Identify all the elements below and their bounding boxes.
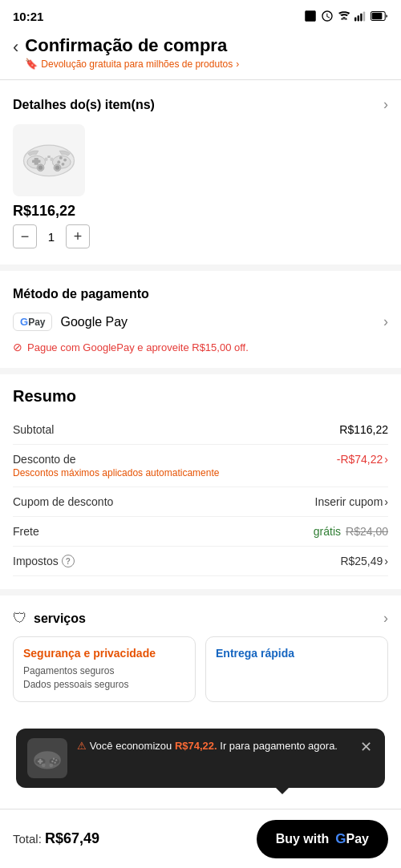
item-details-row[interactable]: Detalhes do(s) item(ns) ›: [0, 87, 401, 113]
svg-point-29: [54, 761, 55, 763]
coupon-label: Cupom de desconto: [13, 495, 113, 508]
svg-rect-2: [360, 14, 362, 22]
quantity-increase-button[interactable]: +: [66, 224, 90, 248]
payment-section: Método de pagamento: [0, 277, 401, 305]
impostos-row[interactable]: Impostos ? R$25,49 ›: [13, 547, 388, 576]
item-details-chevron: ›: [383, 96, 388, 113]
svg-rect-0: [354, 18, 356, 22]
svg-rect-26: [39, 759, 41, 764]
services-left: 🛡 serviços: [13, 610, 86, 627]
svg-point-13: [62, 163, 65, 166]
svg-point-31: [42, 763, 46, 767]
clock-icon: [321, 10, 334, 22]
frete-value: grátis R$24,00: [314, 525, 388, 538]
svg-point-11: [63, 159, 67, 162]
service-security-line2: Dados pessoais seguros: [23, 678, 185, 692]
subtotal-row: Subtotal R$116,22: [13, 415, 388, 445]
quantity-decrease-button[interactable]: −: [13, 224, 37, 248]
page-title: Confirmação de compra: [25, 35, 239, 56]
buy-button[interactable]: Buy with G Pay: [257, 820, 388, 858]
discount-amount: -R$74,22: [337, 453, 383, 466]
payment-method-name: Google Pay: [60, 315, 128, 329]
promo-icon: ⊘: [13, 341, 22, 353]
return-policy-icon: 🔖: [25, 58, 38, 70]
toast-arrow: [276, 788, 289, 794]
svg-rect-10: [34, 158, 38, 165]
savings-toast: ⚠ Você economizou R$74,22. Ir para pagam…: [16, 729, 385, 788]
divider-1: [0, 79, 401, 80]
services-cards: Segurança e privacidade Pagamentos segur…: [13, 636, 388, 702]
svg-rect-1: [358, 15, 359, 21]
status-time: 10:21: [13, 10, 43, 23]
svg-point-16: [50, 158, 53, 161]
impostos-text: Impostos: [13, 555, 59, 567]
discount-row[interactable]: Desconto de Descontos máximos aplicados …: [13, 445, 388, 487]
toast-main-text: Você economizou: [90, 740, 172, 752]
signal-icon: [354, 10, 367, 22]
svg-point-19: [38, 166, 43, 170]
toast-product-image: [27, 738, 67, 778]
summary-section: Resumo Subtotal R$116,22 Desconto de Des…: [0, 381, 401, 583]
gpay-badge: G Pay: [13, 313, 52, 331]
buy-button-gpay: G Pay: [335, 831, 369, 847]
frete-free: grátis: [314, 525, 341, 538]
coupon-row[interactable]: Cupom de desconto Inserir cupom ›: [13, 487, 388, 517]
service-card-delivery[interactable]: Entrega rápida: [205, 636, 388, 702]
svg-point-12: [59, 156, 63, 159]
payment-method-row[interactable]: G Pay Google Pay ›: [0, 305, 401, 339]
coupon-chevron: ›: [384, 495, 388, 508]
product-price: R$116,22: [13, 203, 388, 220]
back-button[interactable]: ‹: [13, 35, 18, 58]
toast-close-button[interactable]: ✕: [358, 738, 374, 756]
divider-thick-2: [0, 368, 401, 374]
svg-point-28: [53, 758, 55, 760]
service-card-security[interactable]: Segurança e privacidade Pagamentos segur…: [13, 636, 196, 702]
discount-value: -R$74,22 ›: [337, 453, 388, 466]
header-subtitle-row[interactable]: 🔖 Devolução gratuita para milhões de pro…: [25, 58, 239, 70]
divider-thick-3: [0, 589, 401, 595]
wifi-icon: [337, 10, 351, 22]
total-label: Total:: [13, 832, 45, 846]
service-security-desc: Pagamentos seguros Dados pessoais seguro…: [23, 664, 185, 692]
service-delivery-title: Entrega rápida: [216, 647, 378, 660]
buy-button-prefix: Buy with: [276, 832, 330, 846]
product-section: R$116,22 − 1 +: [0, 113, 401, 258]
discount-link[interactable]: Descontos máximos aplicados automaticame…: [13, 467, 219, 478]
photo-icon: [303, 9, 318, 23]
quantity-row: − 1 +: [13, 224, 388, 248]
toast-suffix: Ir para pagamento agora.: [220, 740, 338, 752]
frete-row: Frete grátis R$24,00: [13, 517, 388, 547]
info-icon[interactable]: ?: [62, 555, 75, 567]
services-header[interactable]: 🛡 serviços ›: [13, 610, 388, 627]
summary-title: Resumo: [13, 387, 388, 406]
page-header: ‹ Confirmação de compra 🔖 Devolução grat…: [0, 29, 401, 73]
services-section: 🛡 serviços › Segurança e privacidade Pag…: [0, 602, 401, 710]
service-security-title: Segurança e privacidade: [23, 647, 185, 660]
discount-left: Desconto de Descontos máximos aplicados …: [13, 453, 219, 478]
total-value: R$67,49: [45, 830, 99, 846]
return-policy-chevron: ›: [236, 59, 239, 70]
bottom-bar: Total: R$67,49 Buy with G Pay: [0, 809, 401, 868]
toast-content: ⚠ Você economizou R$74,22. Ir para pagam…: [77, 738, 349, 754]
svg-point-32: [49, 763, 53, 767]
coupon-value: Inserir cupom ›: [315, 495, 388, 508]
total-row: Total: R$67,49: [13, 830, 99, 847]
return-policy-text: Devolução gratuita para milhões de produ…: [41, 59, 233, 70]
payment-promo-row: ⊘ Pague com GooglePay e aproveite R$15,0…: [0, 339, 401, 361]
impostos-amount: R$25,49: [340, 555, 383, 567]
toast-text: ⚠ Você economizou R$74,22. Ir para pagam…: [77, 738, 349, 754]
subtotal-label: Subtotal: [13, 423, 54, 436]
total-section: Total: R$67,49: [13, 830, 99, 847]
svg-point-15: [44, 158, 47, 161]
quantity-value: 1: [37, 230, 66, 244]
frete-original: R$24,00: [346, 525, 388, 538]
toast-alert-icon: ⚠: [77, 740, 90, 752]
toast-gamepad-icon: [31, 742, 63, 774]
battery-icon: [371, 11, 388, 21]
status-bar: 10:21: [0, 0, 401, 29]
status-icons: [303, 9, 388, 23]
product-image: [13, 124, 85, 196]
svg-point-21: [55, 166, 59, 170]
frete-label: Frete: [13, 525, 39, 538]
svg-point-14: [57, 161, 60, 164]
